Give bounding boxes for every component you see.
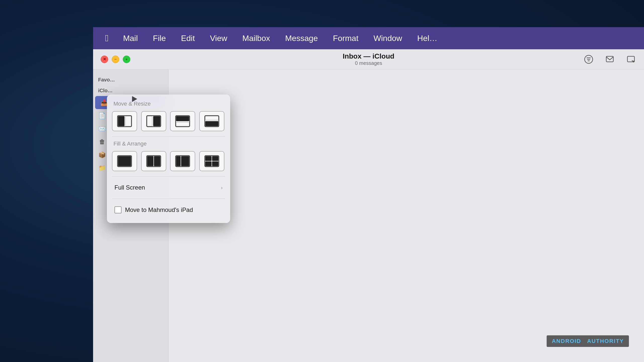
svg-rect-16 xyxy=(176,116,189,121)
app-window: ✕ − + Inbox — iCloud 0 messages xyxy=(93,49,644,362)
mailbox-menu[interactable]: Mailbox xyxy=(235,27,277,49)
svg-rect-28 xyxy=(181,156,189,166)
file-menu[interactable]: File xyxy=(145,27,174,49)
apple-menu[interactable]:  xyxy=(98,27,115,49)
new-message-icon[interactable] xyxy=(625,54,636,65)
svg-rect-22 xyxy=(118,156,131,166)
watermark-prefix: ANDROID xyxy=(552,338,581,344)
layout-left-large[interactable] xyxy=(112,111,137,131)
svg-rect-14 xyxy=(153,116,160,126)
layout-two-col-wide[interactable] xyxy=(170,151,195,171)
view-menu[interactable]: View xyxy=(203,27,235,49)
layout-single-full[interactable] xyxy=(112,151,137,171)
close-button[interactable]: ✕ xyxy=(101,56,108,63)
full-screen-item[interactable]: Full Screen › xyxy=(112,180,225,195)
header-icons xyxy=(583,54,636,65)
trash-icon: 🗑 xyxy=(98,138,106,145)
layout-bottom-half[interactable] xyxy=(199,111,224,131)
drafts-icon: 📄 xyxy=(98,112,106,119)
svg-rect-17 xyxy=(176,122,189,126)
sent-icon: ✉️ xyxy=(98,125,106,132)
watermark-suffix: AUTHORITY xyxy=(587,338,624,344)
move-resize-title: Move & Resize xyxy=(112,101,225,107)
move-ipad-label: Move to Mahmoud's iPad xyxy=(125,206,193,213)
layout-top-half[interactable] xyxy=(170,111,195,131)
ipad-checkbox-icon xyxy=(114,206,122,213)
svg-rect-20 xyxy=(205,121,218,126)
svg-rect-24 xyxy=(147,156,153,166)
move-ipad-item[interactable]: Move to Mahmoud's iPad xyxy=(112,203,225,217)
fill-arrange-title: Fill & Arrange xyxy=(112,141,225,147)
window-menu[interactable]: Window xyxy=(366,27,410,49)
layout-grid[interactable] xyxy=(199,151,224,171)
mail-menu[interactable]: Mail xyxy=(115,27,145,49)
help-menu[interactable]: Hel… xyxy=(410,27,445,49)
move-ipad-left: Move to Mahmoud's iPad xyxy=(114,206,193,213)
title-bar: ✕ − + Inbox — iCloud 0 messages xyxy=(93,49,644,69)
inbox-subtitle: 0 messages xyxy=(343,60,394,66)
minimize-button[interactable]: − xyxy=(112,56,119,63)
format-menu[interactable]: Format xyxy=(325,27,366,49)
svg-rect-30 xyxy=(205,156,212,161)
watermark: ANDROID AUTHORITY xyxy=(547,335,629,347)
svg-rect-13 xyxy=(147,116,152,126)
favorites-label: Favo… xyxy=(93,74,168,85)
svg-rect-27 xyxy=(176,156,181,166)
move-resize-grid xyxy=(112,111,225,131)
menubar:  Mail File Edit View Mailbox Message Fo… xyxy=(93,27,644,49)
svg-rect-33 xyxy=(212,161,218,166)
svg-rect-10 xyxy=(118,116,125,126)
move-resize-popup: Move & Resize xyxy=(107,95,230,223)
full-screen-label: Full Screen xyxy=(114,184,145,191)
svg-rect-31 xyxy=(212,156,218,161)
filter-icon[interactable] xyxy=(583,54,594,65)
svg-rect-32 xyxy=(205,161,212,166)
main-content xyxy=(169,69,644,362)
work-icon: 📁 xyxy=(98,164,106,171)
compose-icon[interactable] xyxy=(604,54,615,65)
divider-2 xyxy=(112,176,225,176)
svg-rect-19 xyxy=(205,116,218,120)
layout-two-col[interactable] xyxy=(141,151,166,171)
archive-icon: 📦 xyxy=(98,151,106,158)
svg-rect-25 xyxy=(154,156,160,166)
inbox-title: Inbox — iCloud xyxy=(343,52,394,60)
message-menu[interactable]: Message xyxy=(278,27,326,49)
fill-arrange-grid xyxy=(112,151,225,171)
edit-menu[interactable]: Edit xyxy=(173,27,202,49)
divider-3 xyxy=(112,199,225,199)
divider-1 xyxy=(112,136,225,137)
svg-rect-11 xyxy=(126,116,131,126)
layout-right-large[interactable] xyxy=(141,111,166,131)
maximize-button[interactable]: + xyxy=(123,56,130,63)
chevron-right-icon: › xyxy=(221,185,223,191)
traffic-lights: ✕ − + xyxy=(101,56,130,63)
svg-rect-4 xyxy=(606,56,613,62)
inbox-header: Inbox — iCloud 0 messages xyxy=(343,52,394,66)
